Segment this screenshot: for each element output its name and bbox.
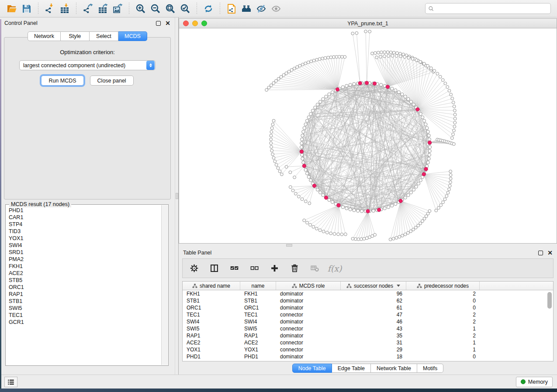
export-network-button[interactable] — [80, 2, 95, 16]
table-row-RAP1[interactable]: RAP1RAP1dominator352 — [183, 332, 553, 339]
deselect-all-icon — [250, 264, 259, 273]
table-settings-button[interactable] — [189, 263, 199, 274]
column-header-shared-name[interactable]: shared name — [183, 282, 240, 290]
close-panel-button[interactable]: Close panel — [90, 76, 134, 86]
tab-network-table[interactable]: Network Table — [371, 364, 417, 373]
horizontal-splitter[interactable] — [179, 244, 557, 247]
mcds-result-list[interactable]: PHD1CAR1STP4TID3YOX1SWI4SRD1PMA2FKH1ACE2… — [6, 205, 161, 365]
open-session-button[interactable] — [4, 2, 19, 16]
tab-motifs[interactable]: Motifs — [417, 364, 443, 373]
table-row-SWI4[interactable]: SWI4SWI4dominator462 — [183, 318, 553, 325]
tab-mcds[interactable]: MCDS — [118, 31, 147, 41]
toolbar-separator — [197, 3, 197, 15]
table-row-FKH1[interactable]: FKH1FKH1dominator962 — [183, 290, 553, 297]
close-panel-icon[interactable]: ✕ — [547, 251, 553, 255]
cell-predecessor_nodes: 1 — [406, 325, 480, 332]
run-mcds-button[interactable]: Run MCDS — [41, 76, 83, 86]
show-all-button[interactable] — [269, 2, 284, 16]
import-network-icon — [45, 3, 55, 14]
result-scrollbar[interactable] — [161, 205, 168, 365]
zoom-in-button[interactable] — [133, 2, 148, 16]
zoom-in-icon — [135, 3, 146, 14]
show-columns-button[interactable] — [209, 263, 219, 274]
float-panel-icon[interactable] — [156, 21, 161, 26]
import-table-button[interactable] — [57, 2, 72, 16]
zoom-selected-button[interactable] — [178, 2, 193, 16]
result-node: GCR1 — [9, 319, 161, 326]
network-from-selection-button[interactable] — [224, 2, 239, 16]
table-row-ORC1[interactable]: ORC1ORC1dominator610 — [183, 304, 553, 311]
tab-network[interactable]: Network — [28, 31, 61, 41]
vertical-splitter[interactable] — [175, 17, 179, 375]
export-network-icon — [83, 3, 93, 14]
table-scrollbar[interactable] — [547, 291, 553, 360]
table-tabs: Node TableEdge TableNetwork TableMotifs — [179, 361, 557, 375]
table-body: FKH1FKH1dominator962STB1STB1dominator620… — [183, 290, 553, 360]
result-node: ORC1 — [9, 284, 161, 291]
search-input[interactable] — [434, 3, 548, 14]
cell-successor_nodes: 43 — [341, 325, 406, 332]
result-node: SRD1 — [9, 249, 161, 256]
zoom-fit-button[interactable] — [163, 2, 178, 16]
table-header: shared namenameMCDS rolesuccessor nodesp… — [183, 282, 553, 290]
table-delete-icon — [310, 264, 319, 273]
export-image-button[interactable] — [110, 2, 125, 16]
cell-successor_nodes: 62 — [341, 297, 406, 304]
zoom-out-button[interactable] — [148, 2, 163, 16]
cell-name: RAP1 — [240, 332, 276, 339]
add-column-button[interactable] — [269, 263, 280, 274]
eye-slash-icon — [256, 3, 266, 14]
cell-name: PHD1 — [240, 353, 276, 360]
column-label: shared name — [200, 283, 230, 289]
close-window-icon[interactable] — [183, 21, 189, 26]
column-header-successor-nodes[interactable]: successor nodes — [341, 282, 406, 290]
deselect-all-rows-button[interactable] — [249, 263, 259, 274]
first-neighbors-button[interactable] — [239, 2, 254, 16]
cell-predecessor_nodes: 2 — [406, 332, 480, 339]
cell-mcds_role: dominator — [276, 353, 341, 360]
table-row-YOX1[interactable]: YOX1YOX1connector291 — [183, 346, 553, 353]
splitter-grip[interactable] — [176, 193, 178, 199]
memory-button[interactable]: Memory — [516, 377, 553, 387]
table-row-TEC1[interactable]: TEC1TEC1connector472 — [183, 311, 553, 318]
close-panel-icon[interactable]: ✕ — [165, 21, 170, 26]
cell-predecessor_nodes: 2 — [406, 311, 480, 318]
tab-style[interactable]: Style — [61, 31, 90, 41]
table-row-STB1[interactable]: STB1STB1dominator620 — [183, 297, 553, 304]
float-panel-icon[interactable] — [538, 251, 543, 255]
cell-predecessor_nodes: 2 — [406, 290, 480, 297]
import-network-button[interactable] — [42, 2, 57, 16]
task-history-button[interactable] — [4, 377, 17, 387]
delete-column-button[interactable] — [289, 263, 300, 274]
scrollbar-thumb[interactable] — [547, 292, 552, 309]
splitter-grip[interactable] — [286, 244, 292, 247]
export-table-button[interactable] — [95, 2, 110, 16]
toolbar-separator — [220, 3, 220, 15]
hide-selected-button[interactable] — [254, 2, 269, 16]
apply-layout-button[interactable] — [201, 2, 216, 16]
maximize-window-icon[interactable] — [201, 21, 207, 26]
network-graph[interactable] — [179, 28, 557, 243]
control-panel-titlebar: Control Panel ✕ — [0, 17, 175, 29]
cell-shared_name: STB1 — [183, 297, 240, 304]
select-all-rows-button[interactable] — [229, 263, 239, 274]
tab-select[interactable]: Select — [90, 31, 118, 41]
search-icon — [428, 6, 434, 12]
cell-shared_name: ORC1 — [183, 304, 240, 311]
columns-icon — [210, 264, 219, 273]
table-row-PHD1[interactable]: PHD1PHD1dominator180 — [183, 353, 553, 360]
minimize-window-icon[interactable] — [192, 21, 198, 26]
cell-shared_name: ACE2 — [183, 339, 240, 346]
optimization-criterion-dropdown[interactable]: largest connected component (undirected) — [19, 60, 156, 70]
column-header-name[interactable]: name — [240, 282, 276, 290]
column-header-predecessor-nodes[interactable]: predecessor nodes — [406, 282, 480, 290]
table-row-ACE2[interactable]: ACE2ACE2connector311 — [183, 339, 553, 346]
cell-predecessor_nodes: 1 — [406, 346, 480, 353]
table-row-SWI5[interactable]: SWI5SWI5connector431 — [183, 325, 553, 332]
tab-node-table[interactable]: Node Table — [292, 364, 332, 373]
network-window-titlebar: YPA_prune.txt_1 — [179, 19, 557, 28]
column-header-MCDS-role[interactable]: MCDS role — [276, 282, 341, 290]
save-session-button[interactable] — [19, 2, 34, 16]
network-canvas[interactable] — [179, 28, 557, 243]
tab-edge-table[interactable]: Edge Table — [332, 364, 371, 373]
